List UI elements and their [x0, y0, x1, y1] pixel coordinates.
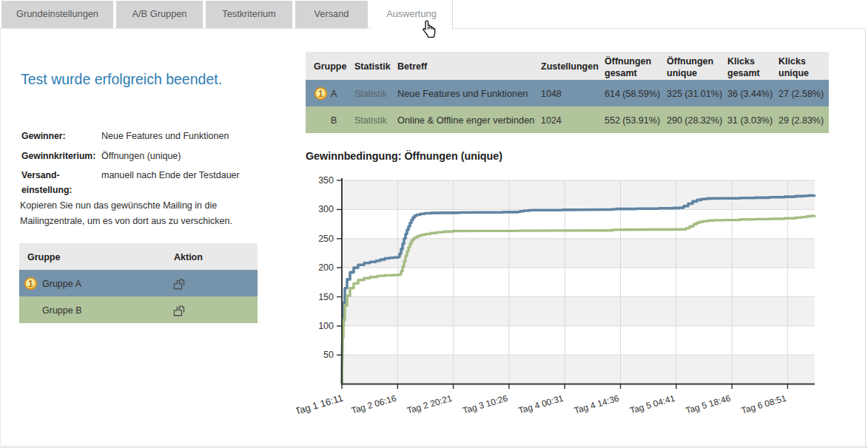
svg-text:150: 150 — [318, 292, 334, 302]
svg-text:Tag 5 18:46: Tag 5 18:46 — [684, 393, 732, 415]
svg-text:Tag 2 06:16: Tag 2 06:16 — [350, 393, 397, 415]
svg-text:Tag 4 14:36: Tag 4 14:36 — [573, 393, 620, 415]
svg-text:200: 200 — [318, 262, 334, 273]
svg-text:Tag 5 04:41: Tag 5 04:41 — [629, 393, 676, 415]
svg-text:Tag 4 00:31: Tag 4 00:31 — [517, 393, 565, 415]
svg-text:250: 250 — [318, 234, 334, 244]
svg-text:Tag 3 10:26: Tag 3 10:26 — [462, 393, 509, 415]
svg-text:300: 300 — [318, 204, 334, 214]
svg-text:50: 50 — [323, 350, 334, 360]
svg-text:Tag 2 20:21: Tag 2 20:21 — [406, 393, 453, 415]
svg-text:100: 100 — [318, 321, 334, 331]
svg-text:1: 1 — [28, 279, 33, 289]
svg-text:Tag 1 16:11: Tag 1 16:11 — [296, 392, 344, 416]
svg-text:350: 350 — [318, 175, 334, 186]
svg-text:Tag 6 08:51: Tag 6 08:51 — [740, 393, 787, 415]
svg-text:1: 1 — [318, 89, 323, 99]
